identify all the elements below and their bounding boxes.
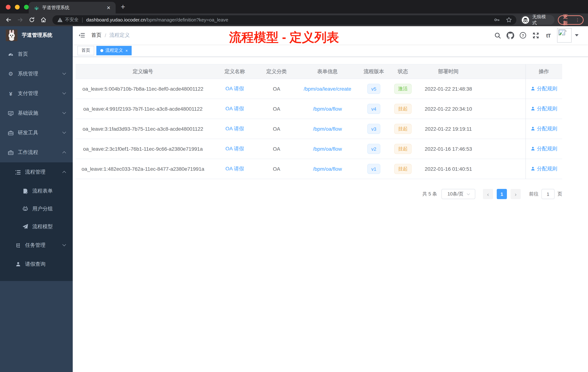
sidebar-item-infrastructure[interactable]: 基础设施	[0, 103, 73, 123]
key-icon[interactable]	[494, 17, 500, 23]
form-link[interactable]: /bpm/oa/leave/create	[304, 86, 351, 92]
col-header-name: 定义名称	[210, 68, 259, 75]
definition-name-link[interactable]: OA 请假	[225, 126, 244, 131]
new-tab-button[interactable]: +	[121, 2, 125, 12]
address-bar[interactable]: 不安全 dashboard.yudao.iocoder.cn/bpm/manag…	[52, 15, 516, 25]
sidebar-item-label: 流程表单	[32, 188, 53, 194]
gear-icon: ⚙	[8, 71, 14, 77]
sidebar-item-workflow[interactable]: 工作流程	[0, 143, 73, 162]
incognito-icon	[521, 16, 529, 24]
version-badge: v2	[367, 144, 380, 154]
help-icon[interactable]: ?	[519, 31, 527, 39]
window-minimize-button[interactable]	[15, 5, 20, 10]
user-icon	[530, 166, 535, 171]
cell-category: OA	[259, 146, 294, 152]
search-icon[interactable]	[494, 31, 502, 39]
page-size-select[interactable]: 10条/页	[441, 189, 475, 199]
assign-rule-link[interactable]: 分配规则	[530, 86, 557, 92]
sidebar-item-user-group[interactable]: 用户分组	[0, 200, 73, 218]
definition-name-link[interactable]: OA 请假	[225, 106, 244, 111]
sidebar-item-leave-query[interactable]: 请假查询	[0, 255, 73, 273]
form-link[interactable]: /bpm/oa/flow	[313, 166, 342, 172]
window-zoom-button[interactable]	[24, 5, 29, 10]
avatar[interactable]	[557, 28, 572, 43]
status-badge: 挂起	[394, 104, 412, 114]
update-label[interactable]: 更新	[563, 13, 572, 26]
user-icon	[530, 87, 535, 91]
tag-home[interactable]: 首页	[77, 46, 94, 55]
form-link[interactable]: /bpm/oa/flow	[313, 146, 342, 152]
workflow-submenu: 流程管理 流程表单 用户分组	[0, 162, 73, 281]
main-area: 首页 / 流程定义 流程模型 - 定义列表 ?	[73, 26, 588, 372]
annotation-title: 流程模型 - 定义列表	[229, 29, 339, 46]
table-row: oa_leave:5:004b710b-7b8a-11ec-8ef0-acde4…	[76, 79, 562, 99]
browser-tab[interactable]: 芋道管理系统 ✕	[29, 2, 116, 13]
definition-name-link[interactable]: OA 请假	[225, 86, 244, 91]
next-page-button[interactable]: ›	[511, 189, 521, 199]
sidebar-item-label: 基础设施	[18, 110, 38, 117]
briefcase-icon	[8, 149, 14, 156]
chevron-down-icon	[62, 110, 66, 114]
sidebar-item-process-management[interactable]: 流程管理	[0, 162, 73, 182]
page-unit-label: 页	[557, 191, 562, 197]
sidebar: 芋道管理系统 首页 ⚙ 系统管理 ¥ 支付管理	[0, 26, 73, 372]
assign-rule-link[interactable]: 分配规则	[530, 166, 557, 172]
page-number-current[interactable]: 1	[497, 189, 507, 199]
sidebar-item-process-model[interactable]: 流程模型	[0, 218, 73, 236]
prev-page-button[interactable]: ‹	[483, 189, 493, 199]
security-label[interactable]: 不安全	[65, 17, 79, 23]
home-icon[interactable]	[40, 16, 47, 23]
robot-icon	[22, 206, 28, 212]
cell-deploy-time: 2022-01-16 17:46:53	[419, 146, 477, 152]
reload-icon[interactable]	[28, 16, 36, 23]
forward-icon[interactable]	[17, 16, 24, 23]
font-size-icon[interactable]: tT	[544, 31, 552, 39]
browser-menu-dots-icon[interactable]: ⋮	[575, 17, 580, 22]
version-badge: v1	[367, 164, 380, 174]
assign-rule-link[interactable]: 分配规则	[530, 146, 557, 152]
form-link[interactable]: /bpm/oa/flow	[313, 126, 342, 132]
goto-label: 前往	[529, 191, 538, 197]
form-link[interactable]: /bpm/oa/flow	[313, 106, 342, 112]
definition-table: 定义编号 定义名称 定义分类 表单信息 流程版本 状态 部署时间 操作 oa_l…	[76, 64, 562, 179]
user-icon	[530, 146, 535, 151]
sidebar-item-home[interactable]: 首页	[0, 44, 73, 64]
macos-traffic-lights[interactable]	[6, 5, 29, 10]
version-badge: v5	[367, 84, 380, 94]
sidebar-item-payment[interactable]: ¥ 支付管理	[0, 84, 73, 103]
hamburger-icon[interactable]	[78, 32, 85, 39]
goto-page-input[interactable]	[541, 189, 555, 199]
github-icon[interactable]	[506, 31, 514, 39]
window-close-button[interactable]	[6, 5, 10, 10]
sidebar-item-label: 研发工具	[18, 130, 38, 136]
col-header-id: 定义编号	[76, 68, 210, 75]
sidebar-item-label: 任务管理	[25, 242, 45, 249]
breadcrumb-home[interactable]: 首页	[91, 32, 101, 39]
tag-process-definition[interactable]: 流程定义 ×	[96, 46, 132, 55]
fullscreen-icon[interactable]	[532, 31, 540, 39]
url-host[interactable]: dashboard.yudao.iocoder.cn	[86, 17, 146, 22]
back-icon[interactable]	[5, 16, 12, 23]
sidebar-item-process-form[interactable]: 流程表单	[0, 182, 73, 200]
sidebar-item-task-management[interactable]: 任务管理	[0, 236, 73, 255]
tag-close-icon[interactable]: ×	[126, 48, 128, 53]
security-warning-icon[interactable]	[57, 17, 62, 22]
sidebar-item-system[interactable]: ⚙ 系统管理	[0, 64, 73, 84]
assign-rule-link[interactable]: 分配规则	[530, 106, 557, 112]
chevron-down-icon	[467, 192, 470, 195]
tree-icon	[15, 242, 21, 248]
chrome-update-button[interactable]: 更新 ⋮	[558, 15, 584, 25]
definition-name-link[interactable]: OA 请假	[225, 166, 244, 171]
avatar-dropdown-caret-icon[interactable]	[575, 34, 578, 36]
sidebar-item-devtools[interactable]: 研发工具	[0, 123, 73, 143]
sidebar-logo[interactable]: 芋道管理系统	[0, 26, 73, 44]
definition-name-link[interactable]: OA 请假	[225, 146, 244, 152]
sidebar-item-label: 请假查询	[25, 261, 45, 267]
cell-category: OA	[259, 166, 294, 172]
assign-rule-link[interactable]: 分配规则	[530, 126, 557, 132]
cell-definition-id: oa_leave:5:004b710b-7b8a-11ec-8ef0-acde4…	[76, 86, 210, 92]
bookmark-star-icon[interactable]	[506, 17, 512, 23]
url-path[interactable]: /bpm/manager/definition?key=oa_leave	[146, 17, 228, 22]
tab-close-icon[interactable]: ✕	[105, 5, 112, 10]
browser-toolbar: 不安全 dashboard.yudao.iocoder.cn/bpm/manag…	[0, 13, 588, 26]
